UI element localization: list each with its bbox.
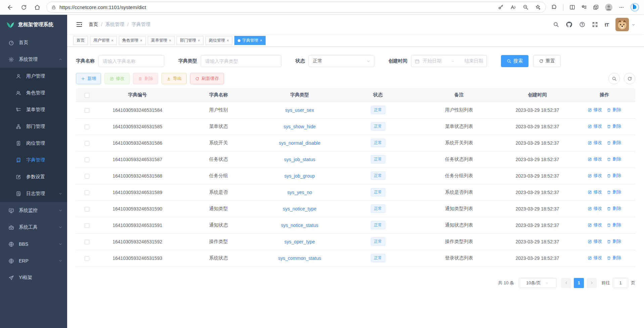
profile-icon[interactable] — [605, 3, 613, 11]
read-aloud-icon[interactable] — [510, 4, 516, 10]
sidebar-item-bbs[interactable]: BBS — [0, 236, 67, 252]
row-edit-link[interactable]: 修改 — [588, 123, 602, 129]
sidebar-item-dictionary[interactable]: 字典管理 — [0, 152, 67, 169]
search-icon[interactable] — [553, 21, 559, 28]
search-button[interactable]: 搜索 — [501, 55, 528, 67]
delete-button[interactable]: 删除 — [133, 73, 158, 84]
dict-type-input[interactable] — [201, 55, 281, 67]
reload-icon[interactable] — [21, 4, 27, 10]
dict-type-link[interactable]: sys_yes_no — [287, 190, 312, 195]
dict-type-link[interactable]: sys_notice_type — [283, 206, 316, 212]
date-range-picker[interactable]: 开始日期 - 结束日期 — [411, 55, 487, 67]
url-text[interactable]: https://ccnetcore.com:1101/system/dict — [59, 4, 495, 10]
row-delete-link[interactable]: 删除 — [607, 156, 621, 162]
sidebar-item-system[interactable]: 系统管理 — [0, 51, 67, 68]
tab-menu-management[interactable]: 菜单管理× — [148, 36, 175, 45]
sidebar-item-posts[interactable]: 岗位管理 — [0, 135, 67, 152]
row-edit-link[interactable]: 修改 — [588, 205, 602, 212]
dict-type-link[interactable]: sys_oper_type — [284, 239, 315, 244]
sidebar-item-menus[interactable]: 菜单管理 — [0, 101, 67, 118]
row-delete-link[interactable]: 删除 — [607, 189, 621, 195]
collections-icon[interactable] — [593, 4, 599, 10]
favorites-bar-icon[interactable] — [581, 4, 587, 10]
row-checkbox[interactable] — [85, 157, 89, 162]
split-screen-icon[interactable] — [569, 4, 575, 10]
extensions-icon[interactable] — [551, 4, 557, 10]
tab-dictionary-management[interactable]: 字典管理× — [234, 36, 266, 45]
font-size-icon[interactable]: tT — [605, 22, 609, 28]
row-edit-link[interactable]: 修改 — [588, 238, 602, 244]
row-delete-link[interactable]: 删除 — [607, 107, 621, 113]
row-edit-link[interactable]: 修改 — [588, 156, 602, 162]
dict-type-link[interactable]: sys_job_group — [284, 173, 315, 179]
toggle-search-button[interactable] — [608, 73, 620, 84]
page-size-select[interactable]: 10条/页 — [519, 278, 556, 288]
sidebar-item-users[interactable]: 用户管理 — [0, 68, 67, 85]
tab-role-management[interactable]: 角色管理× — [119, 36, 146, 45]
row-checkbox[interactable] — [85, 141, 89, 146]
dict-type-link[interactable]: sys_job_status — [284, 157, 315, 162]
sidebar-item-erp[interactable]: ERP — [0, 252, 67, 269]
tab-user-management[interactable]: 用户管理× — [90, 36, 117, 45]
edit-button[interactable]: 修改 — [104, 73, 130, 84]
row-checkbox[interactable] — [85, 125, 89, 129]
row-edit-link[interactable]: 修改 — [588, 173, 602, 179]
row-checkbox[interactable] — [85, 207, 89, 212]
sidebar-item-logs[interactable]: 日志管理 — [0, 185, 67, 202]
close-icon[interactable]: × — [169, 39, 171, 43]
next-page-button[interactable] — [587, 278, 597, 288]
sidebar-item-yiframework[interactable]: Yi框架 — [0, 269, 67, 286]
copilot-icon[interactable] — [630, 3, 639, 12]
sidebar-toggle-icon[interactable] — [76, 21, 83, 28]
dict-name-input[interactable] — [98, 55, 164, 67]
row-delete-link[interactable]: 删除 — [607, 205, 621, 212]
row-delete-link[interactable]: 删除 — [607, 255, 621, 261]
dict-type-link[interactable]: sys_show_hide — [284, 124, 316, 129]
row-delete-link[interactable]: 删除 — [607, 222, 621, 228]
current-page[interactable]: 1 — [574, 278, 584, 288]
select-all-checkbox[interactable] — [85, 93, 89, 98]
row-checkbox[interactable] — [85, 174, 89, 179]
row-edit-link[interactable]: 修改 — [588, 222, 602, 228]
refresh-cache-button[interactable]: 刷新缓存 — [190, 73, 224, 84]
status-select[interactable]: 正常 — [309, 55, 374, 67]
dict-type-link[interactable]: sys_notice_status — [281, 223, 318, 228]
tab-post-management[interactable]: 岗位管理× — [205, 36, 232, 45]
row-checkbox[interactable] — [85, 108, 89, 113]
sidebar-item-home[interactable]: 首页 — [0, 34, 67, 51]
user-avatar[interactable] — [615, 18, 629, 31]
more-icon[interactable] — [619, 5, 624, 10]
row-delete-link[interactable]: 删除 — [607, 173, 621, 179]
close-icon[interactable]: × — [140, 39, 142, 43]
home-icon[interactable] — [34, 4, 40, 10]
row-edit-link[interactable]: 修改 — [588, 255, 602, 261]
row-delete-link[interactable]: 删除 — [607, 140, 621, 146]
sidebar-item-roles[interactable]: 角色管理 — [0, 85, 67, 101]
address-bar[interactable]: https://ccnetcore.com:1101/system/dict — [46, 2, 546, 13]
row-checkbox[interactable] — [85, 240, 89, 244]
sidebar-item-departments[interactable]: 部门管理 — [0, 118, 67, 135]
export-button[interactable]: 导出 — [162, 73, 187, 84]
goto-page-input[interactable] — [613, 278, 628, 288]
row-edit-link[interactable]: 修改 — [588, 107, 602, 113]
row-delete-link[interactable]: 删除 — [607, 123, 621, 129]
row-checkbox[interactable] — [85, 223, 89, 228]
sidebar-item-tools[interactable]: 系统工具 — [0, 219, 67, 236]
close-icon[interactable]: × — [260, 39, 262, 43]
close-icon[interactable]: × — [111, 39, 113, 43]
prev-page-button[interactable] — [561, 278, 571, 288]
close-icon[interactable]: × — [227, 39, 229, 43]
refresh-table-button[interactable] — [624, 73, 635, 84]
breadcrumb-system[interactable]: 系统管理 — [105, 21, 124, 28]
lock-icon[interactable] — [51, 5, 56, 10]
sidebar-item-monitor[interactable]: 系统监控 — [0, 202, 67, 219]
tab-home[interactable]: 首页 — [73, 36, 88, 45]
breadcrumb-home[interactable]: 首页 — [89, 21, 98, 28]
github-icon[interactable] — [566, 21, 572, 28]
fullscreen-icon[interactable] — [592, 21, 598, 28]
sidebar-item-parameters[interactable]: 参数设置 — [0, 169, 67, 185]
key-icon[interactable] — [498, 4, 504, 10]
help-icon[interactable] — [579, 21, 585, 28]
dict-type-link[interactable]: sys_user_sex — [285, 107, 314, 113]
back-icon[interactable] — [7, 4, 13, 11]
